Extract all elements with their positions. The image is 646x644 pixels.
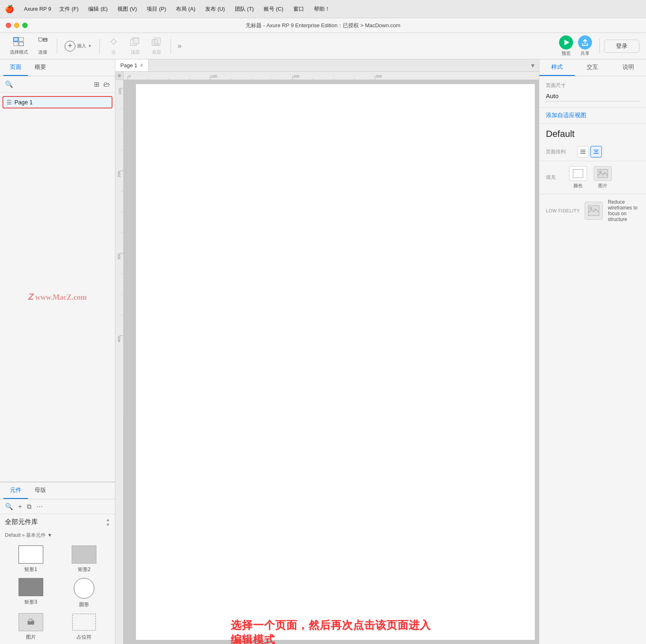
comp-item-placeholder[interactable]: 占位符 bbox=[60, 613, 109, 641]
search-icon[interactable]: 🔍 bbox=[4, 80, 14, 89]
select-mode-button[interactable]: 选择模式 bbox=[7, 35, 31, 57]
page-size-label: 页面尺寸 bbox=[546, 82, 639, 89]
point-button[interactable]: 点 bbox=[104, 35, 124, 57]
fill-color-label: 颜色 bbox=[573, 183, 583, 189]
comp-shape-rect1 bbox=[19, 545, 43, 564]
svg-text:300: 300 bbox=[117, 254, 121, 260]
preview-icon bbox=[559, 35, 573, 49]
maximize-button[interactable] bbox=[22, 23, 28, 28]
menu-layout[interactable]: 布局 (A) bbox=[172, 4, 199, 14]
login-button[interactable]: 登录 bbox=[604, 40, 639, 53]
menu-file[interactable]: 文件 (F) bbox=[55, 4, 82, 14]
top-layer-button[interactable]: 顶层 bbox=[125, 35, 145, 57]
align-center-button[interactable] bbox=[590, 146, 602, 157]
canvas-expand-icon[interactable]: ▼ bbox=[527, 62, 539, 69]
right-panel: 样式 交互 说明 页面尺寸 Auto 添加自适应视图 Default 页面排列 bbox=[539, 59, 646, 644]
page-item-1[interactable]: ☰ Page 1 bbox=[2, 96, 112, 108]
comp-name-img: 图片 bbox=[26, 634, 36, 641]
close-button[interactable] bbox=[6, 23, 11, 28]
ruler-v-svg: 100 200 300 400 bbox=[115, 80, 124, 410]
comp-name-rect2: 矩形2 bbox=[78, 566, 91, 573]
components-panel: 元件 母版 🔍 + ⧉ ⋯ 全部元件库 ▲ ▼ Default » 基本元件 ▼ bbox=[0, 482, 115, 644]
menu-view[interactable]: 视图 (V) bbox=[113, 4, 141, 14]
default-heading: Default bbox=[539, 124, 646, 143]
comp-name-rect3: 矩形3 bbox=[24, 599, 37, 606]
menu-team[interactable]: 团队 (T) bbox=[231, 4, 258, 14]
comp-item-rect3[interactable]: 矩形3 bbox=[7, 578, 55, 608]
add-adaptive-view-link[interactable]: 添加自适应视图 bbox=[546, 112, 586, 118]
menu-publish[interactable]: 发布 (U) bbox=[201, 4, 229, 14]
ruler-svg: 0 100 200 300 bbox=[124, 72, 539, 80]
menu-account[interactable]: 账号 (C) bbox=[260, 4, 288, 14]
canvas-tab-close[interactable]: ✕ bbox=[140, 63, 143, 68]
top-layer-icon bbox=[130, 37, 140, 48]
align-left-button[interactable] bbox=[577, 146, 589, 157]
fill-img-label: 图片 bbox=[598, 183, 607, 189]
preview-button[interactable]: 预览 bbox=[559, 35, 573, 56]
menu-project[interactable]: 项目 (P) bbox=[143, 4, 170, 14]
menu-edit[interactable]: 编辑 (E) bbox=[84, 4, 112, 14]
style-tab[interactable]: 样式 bbox=[539, 59, 575, 76]
bottom-layer-button[interactable]: 底层 bbox=[147, 35, 166, 57]
traffic-lights bbox=[6, 23, 28, 28]
interact-tab[interactable]: 交互 bbox=[575, 59, 610, 76]
comp-add-icon[interactable]: + bbox=[17, 502, 23, 511]
comp-item-circle[interactable]: 圆形 bbox=[60, 578, 109, 608]
window-title: 无标题 - Axure RP 9 Enterprise Edition：已授权 … bbox=[246, 22, 400, 29]
connect-button[interactable]: 连接 bbox=[33, 35, 53, 57]
svg-rect-0 bbox=[14, 38, 18, 41]
insert-label: 插入 bbox=[77, 43, 86, 49]
comp-copy-icon[interactable]: ⧉ bbox=[26, 502, 32, 511]
connect-icon bbox=[38, 37, 48, 48]
ruler-corner: ⊕ bbox=[115, 72, 124, 80]
svg-text:400: 400 bbox=[117, 336, 121, 342]
components-tab[interactable]: 元件 bbox=[3, 482, 28, 499]
comp-item-rect1[interactable]: 矩形1 bbox=[7, 545, 55, 573]
toolbar-separator-2 bbox=[99, 39, 100, 54]
fill-img-option[interactable]: 图片 bbox=[594, 166, 612, 189]
canvas-tab-page1[interactable]: Page 1 ✕ bbox=[115, 59, 149, 71]
add-page-icon[interactable]: ⊞ bbox=[93, 80, 100, 89]
bottom-layer-icon bbox=[151, 37, 162, 48]
library-sort-icon[interactable]: ▲ ▼ bbox=[106, 517, 110, 527]
fill-color-option[interactable]: 颜色 bbox=[569, 166, 587, 189]
comp-item-img[interactable]: 图片 bbox=[7, 613, 55, 641]
page-list: ☰ Page 1 bbox=[0, 93, 115, 112]
apple-menu[interactable]: 🍎 bbox=[5, 5, 14, 14]
ruler-vertical: 100 200 300 400 bbox=[115, 80, 124, 644]
low-fidelity-row: LOW FIDELITY Reduce wireframes to focus … bbox=[539, 194, 646, 227]
svg-rect-4 bbox=[39, 38, 42, 41]
svg-rect-3 bbox=[19, 42, 23, 46]
minimize-button[interactable] bbox=[14, 23, 19, 28]
canvas-page bbox=[136, 84, 535, 640]
fill-row: 填充 颜色 bbox=[539, 161, 646, 194]
notes-tab[interactable]: 说明 bbox=[611, 59, 646, 76]
share-icon bbox=[578, 35, 592, 49]
insert-button[interactable]: + 插入 ▼ bbox=[61, 39, 95, 53]
canvas-container: Page 1 ✕ ▼ ⊕ 0 100 200 bbox=[115, 59, 539, 644]
svg-rect-14 bbox=[152, 40, 158, 45]
more-button[interactable]: » bbox=[175, 40, 184, 52]
comp-search-row: 🔍 + ⧉ ⋯ bbox=[0, 499, 115, 514]
menu-help[interactable]: 帮助！ bbox=[310, 4, 334, 14]
add-folder-icon[interactable]: 🗁 bbox=[103, 80, 111, 89]
svg-text:100: 100 bbox=[118, 89, 122, 95]
comp-more-icon[interactable]: ⋯ bbox=[35, 502, 44, 511]
watermark-text: www.MacZ.com bbox=[35, 293, 87, 301]
share-button[interactable]: 共享 bbox=[578, 35, 592, 56]
point-label: 点 bbox=[111, 49, 116, 55]
comp-search-icon[interactable]: 🔍 bbox=[4, 502, 14, 511]
canvas-area[interactable] bbox=[124, 80, 539, 644]
svg-rect-12 bbox=[133, 38, 139, 44]
menu-window[interactable]: 窗口 bbox=[289, 4, 308, 14]
comp-name-circle: 圆形 bbox=[79, 601, 89, 608]
masters-tab[interactable]: 母版 bbox=[28, 482, 53, 499]
comp-grid: 矩形1 矩形2 矩形3 bbox=[0, 542, 115, 644]
pages-tab[interactable]: 页面 bbox=[3, 59, 28, 76]
comp-shape-img bbox=[19, 613, 43, 631]
comp-breadcrumb[interactable]: Default » 基本元件 ▼ bbox=[0, 530, 115, 542]
comp-item-rect2[interactable]: 矩形2 bbox=[60, 545, 109, 573]
page-icon: ☰ bbox=[7, 99, 12, 106]
fill-label: 填充 bbox=[546, 174, 562, 181]
outline-tab[interactable]: 概要 bbox=[28, 59, 53, 76]
